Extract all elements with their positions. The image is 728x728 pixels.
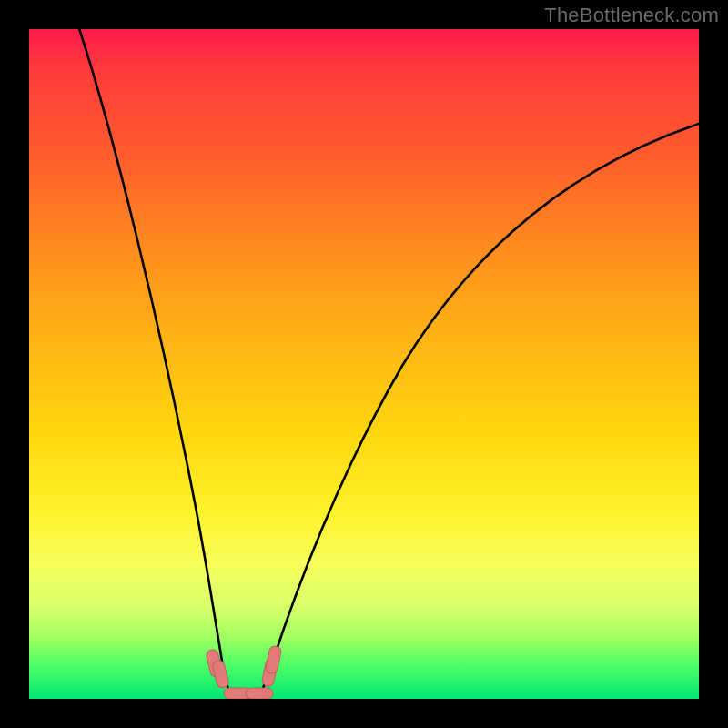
marker-group — [206, 645, 282, 699]
marker-right-2 — [265, 645, 282, 674]
bottleneck-curve — [76, 29, 699, 699]
watermark-text: TheBottleneck.com — [544, 4, 719, 27]
curve-layer — [29, 29, 699, 699]
marker-bottom-2 — [246, 688, 273, 699]
marker-left-2 — [212, 660, 230, 689]
plot-area — [29, 29, 699, 699]
chart-frame: TheBottleneck.com — [0, 0, 728, 728]
